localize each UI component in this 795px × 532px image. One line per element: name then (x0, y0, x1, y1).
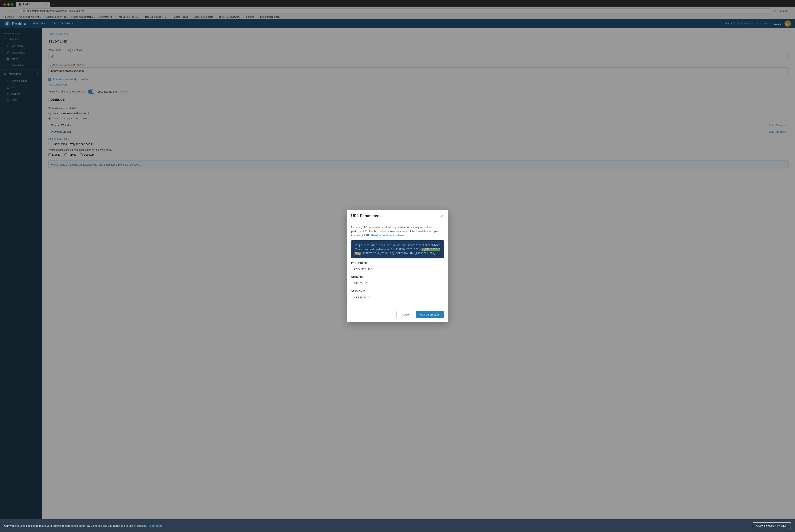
cancel-button[interactable]: Cancel (396, 311, 414, 318)
add-parameters-button[interactable]: Add parameters (416, 311, 444, 318)
read-more-link[interactable]: Read more about this here. (371, 234, 404, 237)
cookie-banner: Our website uses cookies to make your br… (0, 519, 795, 530)
url-preview-box: https://studies.bccn-berlin.de/publix/20… (351, 240, 444, 259)
cookie-text: Our website uses cookies to make your br… (4, 524, 749, 527)
study-id-label: STUDY ID (351, 276, 444, 279)
prolific-pid-input[interactable] (351, 266, 444, 273)
modal-overlay: URL Parameters ✕ Including URL parameter… (0, 0, 795, 530)
modal-description: Including URL parameters will allow you … (351, 225, 444, 238)
url-highlight: {{PROLIFIC_PID}} (355, 248, 440, 255)
modal-footer: Cancel Add parameters (347, 308, 448, 322)
modal-body: Including URL parameters will allow you … (347, 221, 448, 308)
modal-header: URL Parameters ✕ (347, 210, 448, 221)
study-id-input[interactable] (351, 280, 444, 287)
modal-close-button[interactable]: ✕ (441, 214, 444, 218)
prolific-pid-label: PROLIFIC PID (351, 262, 444, 264)
cookie-close-button[interactable]: Close and don't show again (753, 522, 791, 529)
session-id-input[interactable] (351, 294, 444, 301)
modal-title: URL Parameters (351, 214, 381, 218)
study-id-field: STUDY ID (351, 276, 444, 287)
session-id-field: SESSION ID (351, 290, 444, 301)
session-id-label: SESSION ID (351, 290, 444, 292)
url-parameters-modal: URL Parameters ✕ Including URL parameter… (347, 210, 448, 322)
learn-more-link[interactable]: Learn more (149, 524, 163, 527)
prolific-pid-field: PROLIFIC PID (351, 262, 444, 273)
